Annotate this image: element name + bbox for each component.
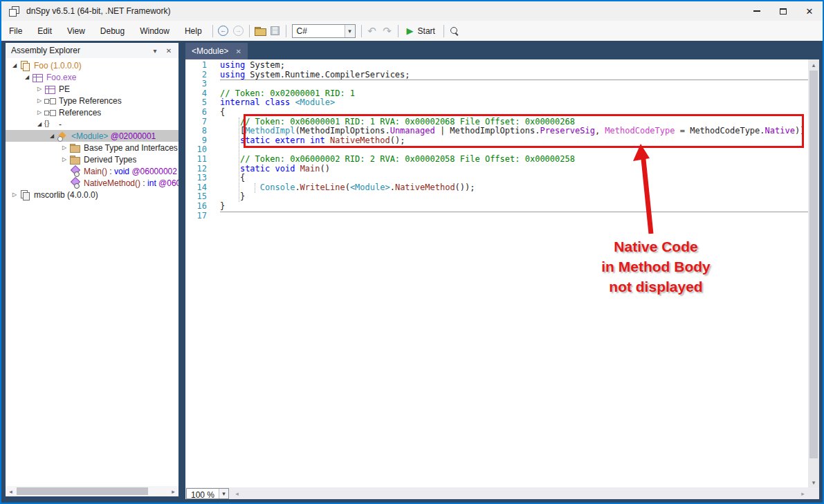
expander-closed-icon[interactable]: ▷ — [10, 192, 19, 198]
panel-close-button[interactable]: ✕ — [163, 45, 174, 56]
start-debug-button[interactable]: ▶ Start — [401, 24, 441, 39]
expander-open-icon[interactable]: ◢ — [47, 133, 57, 139]
undo-icon: ↶ — [367, 26, 376, 36]
maximize-button[interactable] — [770, 1, 796, 21]
panel-header-buttons: ▾ ✕ — [149, 45, 178, 56]
tree-item[interactable]: ◢Foo.exe — [6, 71, 178, 83]
method-icon — [69, 178, 80, 189]
tree-item[interactable]: NativeMethod() : int @06000001 — [6, 177, 178, 189]
tree-item[interactable]: ▷References — [6, 106, 178, 118]
menu-debug[interactable]: Debug — [93, 24, 132, 39]
tree-item[interactable]: ▷Base Type and Interfaces — [6, 142, 178, 153]
editor-vertical-scrollbar[interactable]: ▴ ▾ — [808, 59, 819, 487]
tree-item[interactable]: Main() : void @06000002 — [6, 165, 178, 177]
open-file-button[interactable] — [253, 24, 268, 39]
code-line-12[interactable]: 12 static void Main() — [185, 165, 808, 174]
panel-menu-button[interactable]: ▾ — [149, 45, 161, 56]
annotation-line: not displayed — [545, 277, 767, 297]
expander-open-icon[interactable]: ◢ — [22, 74, 32, 80]
code-line-11[interactable]: 11 // Token: 0x06000002 RID: 2 RVA: 0x00… — [185, 155, 808, 165]
expander-closed-icon[interactable]: ▷ — [35, 86, 44, 92]
line-number: 7 — [185, 118, 220, 127]
code-line-13[interactable]: 13 { — [185, 174, 808, 183]
code-line-17[interactable]: 17 — [185, 212, 808, 221]
search-button[interactable] — [447, 24, 462, 39]
scrollbar-thumb[interactable] — [17, 487, 148, 495]
assembly-explorer-title: Assembly Explorer — [6, 46, 80, 55]
code-line-3[interactable]: 3 — [185, 80, 808, 89]
code-line-14[interactable]: 14 Console.WriteLine(<Module>.NativeMeth… — [185, 183, 808, 193]
scroll-right-icon[interactable]: ▸ — [168, 486, 178, 496]
code-line-text: Console.WriteLine(<Module>.NativeMethod(… — [220, 183, 808, 193]
code-line-text: { — [220, 174, 808, 183]
code-line-text: } — [220, 192, 808, 202]
tab-label: <Module> — [192, 46, 228, 56]
scroll-down-icon[interactable]: ▾ — [808, 477, 819, 487]
code-line-1[interactable]: 1using System; — [185, 61, 808, 71]
menu-help[interactable]: Help — [177, 24, 210, 39]
redo-button[interactable]: ↷ — [380, 24, 395, 39]
reference-icon — [44, 95, 55, 106]
save-button[interactable] — [268, 24, 283, 39]
folder-icon — [69, 154, 80, 165]
assembly-explorer-header[interactable]: Assembly Explorer ▾ ✕ — [6, 43, 178, 58]
code-line-15[interactable]: 15 } — [185, 192, 808, 202]
undo-button[interactable]: ↶ — [365, 24, 380, 39]
language-selector[interactable]: C# ▾ — [292, 24, 356, 38]
code-line-5[interactable]: 5internal class <Module> — [185, 98, 808, 108]
expander-open-icon[interactable]: ◢ — [35, 121, 44, 127]
open-folder-icon — [255, 27, 266, 35]
tree-item[interactable]: ▷Derived Types — [6, 153, 178, 165]
toolbar-separator — [443, 25, 444, 37]
toolbar-separator — [286, 25, 286, 37]
tree-item-label: Derived Types — [84, 155, 136, 165]
code-line-4[interactable]: 4// Token: 0x02000001 RID: 1 — [185, 89, 808, 99]
code-line-text: } — [220, 202, 808, 212]
scroll-up-icon[interactable]: ▴ — [808, 59, 819, 70]
close-icon: ✕ — [806, 7, 814, 16]
editor-horizontal-scrollbar[interactable]: ◂ ▸ — [229, 487, 808, 499]
menu-window[interactable]: Window — [132, 24, 177, 39]
scroll-left-icon[interactable]: ◂ — [232, 487, 242, 499]
tree-item[interactable]: ▷PE — [6, 83, 178, 95]
tree-item-label: Type References — [59, 96, 122, 106]
code-editor[interactable]: 1using System;2using System.Runtime.Comp… — [185, 59, 808, 487]
tree-item[interactable]: ◢<Module> @02000001 — [6, 130, 178, 142]
line-number: 1 — [185, 61, 220, 71]
assembly-icon — [19, 60, 30, 71]
line-number: 17 — [185, 212, 220, 221]
zoom-selector[interactable]: 100 % ▾ — [186, 488, 229, 499]
tree-item[interactable]: ▷Type References — [6, 95, 178, 106]
expander-closed-icon[interactable]: ▷ — [35, 109, 44, 115]
tab-module[interactable]: <Module> ✕ — [185, 43, 248, 59]
tree-item[interactable]: ◢Foo (1.0.0.0) — [6, 59, 178, 71]
expander-closed-icon[interactable]: ▷ — [59, 156, 69, 162]
navigate-back-button[interactable]: ← — [216, 24, 231, 39]
tab-strip: <Module> ✕ — [185, 43, 819, 59]
code-line-16[interactable]: 16} — [185, 202, 808, 212]
menu-edit[interactable]: Edit — [30, 24, 59, 39]
tab-close-icon[interactable]: ✕ — [235, 48, 241, 55]
navigate-forward-button[interactable]: → — [231, 24, 246, 39]
expander-closed-icon[interactable]: ▷ — [59, 144, 69, 151]
close-button[interactable]: ✕ — [796, 1, 823, 21]
line-number: 4 — [185, 89, 220, 99]
minimize-icon — [753, 10, 760, 12]
explorer-horizontal-scrollbar[interactable]: ◂ ▸ — [6, 486, 178, 496]
scrollbar-thumb[interactable] — [809, 71, 818, 458]
close-icon: ✕ — [166, 47, 172, 55]
title-bar[interactable]: dnSpy v6.5.1 (64-bit, .NET Framework) ✕ — [1, 1, 823, 21]
scroll-left-icon[interactable]: ◂ — [6, 486, 16, 496]
code-line-2[interactable]: 2using System.Runtime.CompilerServices; — [185, 71, 808, 80]
expander-closed-icon[interactable]: ▷ — [35, 97, 44, 104]
minimize-button[interactable] — [744, 1, 770, 21]
menu-file[interactable]: File — [1, 24, 30, 39]
menu-view[interactable]: View — [59, 24, 93, 39]
tree-item[interactable]: ▷mscorlib (4.0.0.0) — [6, 189, 178, 200]
tree-item[interactable]: ◢- — [6, 118, 178, 130]
chevron-down-icon[interactable]: ▾ — [345, 25, 355, 37]
annotation-line: in Method Body — [545, 256, 767, 277]
chevron-down-icon[interactable]: ▾ — [219, 489, 228, 498]
scroll-right-icon[interactable]: ▸ — [798, 487, 808, 499]
expander-open-icon[interactable]: ◢ — [10, 62, 19, 68]
